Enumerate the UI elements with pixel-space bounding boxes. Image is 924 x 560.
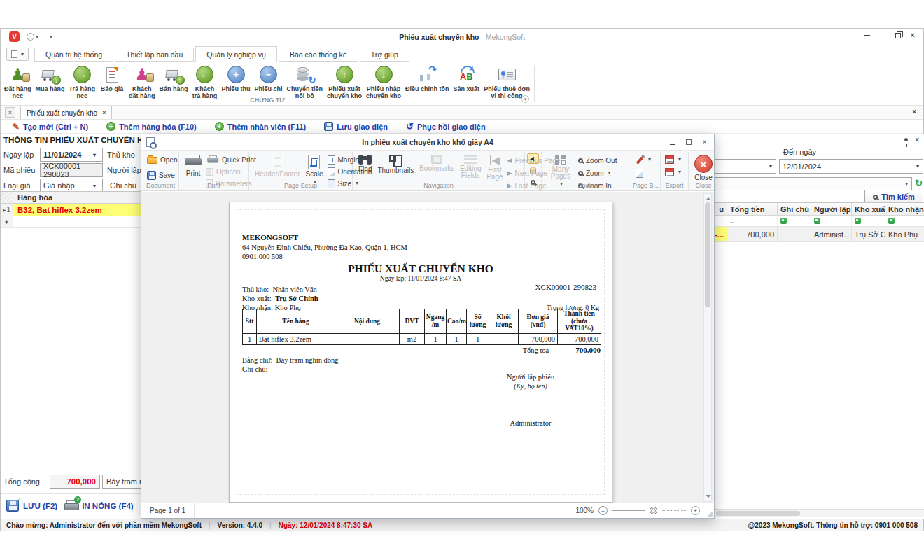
minimize-icon[interactable] xyxy=(880,33,886,38)
close-all-tabs-icon[interactable]: × xyxy=(5,107,15,118)
column-header-hang-hoa[interactable]: Hàng hóa xyxy=(13,193,52,202)
btn-phieu-nhap-chuyen-kho[interactable]: ↓Phiếu nhậpchuyển kho xyxy=(364,64,403,100)
dialog-minimize-icon[interactable] xyxy=(670,139,676,145)
filter-cell-equals[interactable]: = xyxy=(727,216,778,226)
column-header-kho-xuat[interactable]: Kho xuất xyxy=(852,203,886,215)
tabstrip-close-icon[interactable]: × xyxy=(912,108,916,115)
filter-cell[interactable] xyxy=(852,216,886,226)
app-logo-icon[interactable]: V xyxy=(9,31,20,42)
column-header-tong-tien[interactable]: Tổng tiền xyxy=(727,203,778,215)
column-header-kho-nhan[interactable]: Kho nhận xyxy=(886,203,924,215)
page-color-button[interactable]: ▾ xyxy=(634,155,652,164)
export-send-button[interactable]: ▾ xyxy=(664,167,682,177)
date-combo[interactable]: 11/01/2024▾ xyxy=(40,148,103,162)
btn-dat-hang-ncc[interactable]: ♟Đặt hàngncc xyxy=(2,64,34,100)
maximize-icon[interactable] xyxy=(895,33,901,38)
chevron-down-icon[interactable]: ▾ xyxy=(913,160,923,173)
watermark-button[interactable] xyxy=(634,168,652,178)
tab-tro-giup[interactable]: Trợ giúp xyxy=(360,48,410,62)
scroll-up-icon[interactable] xyxy=(706,195,711,200)
column-header-nguoi-lap[interactable]: Người lập xyxy=(811,203,852,215)
document-tab-active[interactable]: Phiếu xuất chuyển kho× xyxy=(20,106,112,119)
btn-tra-hang-ncc[interactable]: →Trả hàngncc xyxy=(67,64,98,100)
btn-phieu-thu[interactable]: +Phiếu thu xyxy=(220,64,253,93)
btn-ban-hang[interactable]: ↑Bán hàng xyxy=(158,64,190,93)
from-date-combo[interactable]: ▾ xyxy=(715,159,776,174)
zoom-out-button[interactable]: Zoom Out xyxy=(577,155,618,165)
filter-cell[interactable] xyxy=(886,216,924,226)
td-ngang: 1 xyxy=(425,333,447,344)
zoom-slider-track[interactable] xyxy=(612,510,645,511)
column-header-ghi-chu[interactable]: Ghi chú xyxy=(778,203,811,215)
scrollbar-thumb[interactable] xyxy=(705,202,710,307)
zoom-slider-thumb[interactable] xyxy=(650,507,657,514)
resize-grip-icon[interactable]: ◢ xyxy=(707,510,713,517)
quick-access-icon[interactable] xyxy=(27,33,34,41)
close-icon[interactable]: × xyxy=(911,31,915,39)
open-button[interactable]: Open xyxy=(146,155,178,164)
dialog-close-icon[interactable]: × xyxy=(702,138,707,146)
btn-dieu-chinh-ton[interactable]: ↷Điều chỉnh tồn xyxy=(403,64,451,93)
btn-phieu-xuat-chuyen-kho[interactable]: ↑Phiếu xuấtchuyển kho xyxy=(325,64,364,100)
close-preview-button[interactable]: ×Close xyxy=(692,153,715,183)
filter-cell[interactable] xyxy=(715,216,727,226)
panel-close-icon[interactable]: × xyxy=(915,136,919,144)
form-header: THÔNG TIN PHIẾU XUẤT CHUYỂN KHO xyxy=(4,136,155,144)
chevron-down-icon[interactable]: ▾ xyxy=(902,178,911,190)
chevron-down-icon[interactable]: ▾ xyxy=(90,179,99,192)
tab-quan-tri-he-thong[interactable]: Quản trị hệ thống xyxy=(34,48,113,62)
tab-quan-ly-nghiep-vu[interactable]: Quản lý nghiệp vụ xyxy=(195,46,277,62)
scale-button[interactable]: Scale▾ xyxy=(302,153,326,186)
search-button[interactable]: Tìm kiếm xyxy=(864,190,923,204)
pin-icon[interactable] xyxy=(904,138,908,141)
btn-khach-tra-hang[interactable]: ←Kháchtrả hàng xyxy=(190,64,220,100)
zoom-button[interactable]: Zoom▾ xyxy=(577,168,618,178)
ribbon-layout-button[interactable]: ▾ xyxy=(6,48,29,61)
tab-bao-cao-thong-ke[interactable]: Báo cáo thống kê xyxy=(279,48,358,62)
dialog-maximize-icon[interactable] xyxy=(686,139,692,145)
new-record-button[interactable]: ✎Tạo mới (Ctrl + N) xyxy=(4,121,97,132)
toolbar-customize-caret-icon[interactable]: ▾ xyxy=(50,34,52,40)
save-layout-button[interactable]: Lưu giao diện xyxy=(315,121,397,132)
scroll-down-icon[interactable] xyxy=(706,495,711,500)
restore-layout-button[interactable]: ↺Phục hồi giao diện xyxy=(397,121,495,132)
result-row[interactable]: 001-... 700,000 Administ... Trụ Sở C... … xyxy=(715,227,924,242)
to-date-combo[interactable]: 12/01/2024▾ xyxy=(779,159,923,174)
filter-cell[interactable] xyxy=(778,216,811,226)
tab-thiet-lap-ban-dau[interactable]: Thiết lập ban đầu xyxy=(115,48,194,62)
code-field[interactable]: XCK00001-290823 xyxy=(40,163,103,177)
print-button-dialog[interactable]: Print xyxy=(182,153,204,178)
find-button[interactable]: Find xyxy=(356,153,374,174)
tab-close-icon[interactable]: × xyxy=(102,109,106,116)
zoom-minus-button[interactable]: − xyxy=(598,506,608,515)
preview-vertical-scrollbar[interactable] xyxy=(704,193,712,502)
add-item-button[interactable]: +Thêm hàng hóa (F10) xyxy=(97,121,206,132)
chevron-down-icon[interactable]: ▾ xyxy=(90,148,99,161)
hot-print-button[interactable]: ?IN NÓNG (F4) xyxy=(63,499,139,513)
btn-chuyen-tien-noi-bo[interactable]: ↻Chuyển tiềnnội bộ xyxy=(285,64,326,100)
btn-san-xuat[interactable]: ABSản xuất xyxy=(451,64,482,93)
filter-cell[interactable] xyxy=(811,216,852,226)
save-document-button[interactable]: Save xyxy=(146,170,178,180)
zoom-slider-track-dotted[interactable] xyxy=(662,510,686,511)
thumbnails-button[interactable]: Thumbnails xyxy=(374,153,416,176)
quick-access-caret-icon[interactable]: ▾ xyxy=(36,34,38,40)
pdf-icon xyxy=(665,155,674,164)
horizontal-scrollbar[interactable] xyxy=(715,509,924,517)
chevron-down-icon[interactable]: ▾ xyxy=(766,160,776,173)
zoom-plus-button[interactable]: + xyxy=(691,506,700,515)
btn-bao-gia[interactable]: Báo giá xyxy=(97,64,127,93)
filter-combo[interactable]: ▾ xyxy=(715,177,912,190)
group-collapse-icon[interactable]: ▾ xyxy=(522,95,529,103)
full-screen-icon[interactable] xyxy=(864,32,870,38)
receipt-plus-icon: + xyxy=(227,66,245,83)
add-employee-button[interactable]: +Thêm nhân viên (F11) xyxy=(206,121,315,132)
btn-phieu-chi[interactable]: −Phiếu chi xyxy=(253,64,285,93)
column-header-partial[interactable]: u xyxy=(715,203,727,215)
btn-khach-dat-hang[interactable]: ♟Kháchđặt hàng xyxy=(127,64,158,100)
export-pdf-button[interactable]: ▾ xyxy=(664,155,682,164)
price-type-combo[interactable]: Giá nhập▾ xyxy=(40,178,103,192)
save-button[interactable]: →LƯU (F2) xyxy=(5,498,63,513)
btn-mua-hang[interactable]: ↓Mua hàng xyxy=(34,64,67,93)
refresh-icon[interactable]: ↻ xyxy=(915,178,923,188)
